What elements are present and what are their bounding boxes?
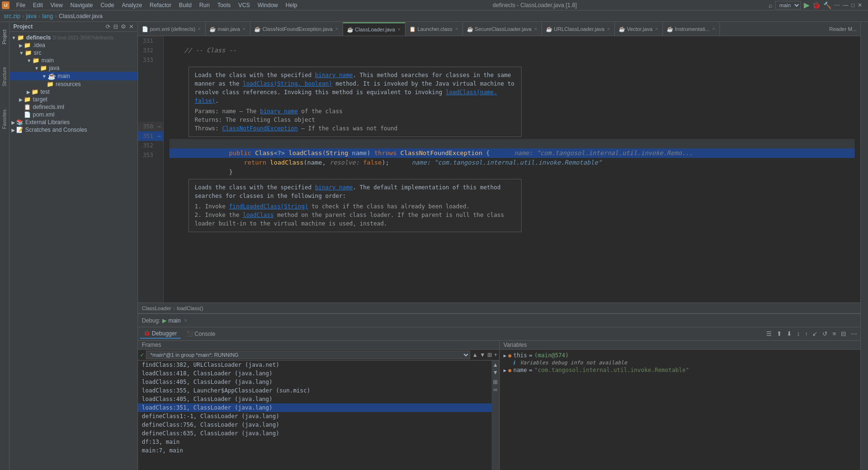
debug-btn-list[interactable]: ☰ <box>765 329 773 338</box>
search-everywhere-icon[interactable]: ⌕ <box>769 1 772 9</box>
minimize-button[interactable]: — <box>843 2 848 9</box>
favorites-icon[interactable]: Favorites <box>2 109 7 129</box>
breadcrumb-java[interactable]: java <box>26 13 37 20</box>
tab-close-scl[interactable]: ✕ <box>534 27 538 31</box>
tab-debugger[interactable]: 🐞 Debugger <box>140 329 181 339</box>
tab-classloader[interactable]: ☕ ClassLoader.java ✕ <box>343 22 405 36</box>
debug-btn-eval[interactable]: ≡ <box>831 329 838 338</box>
breadcrumb-file[interactable]: ClassLoader.java <box>59 13 102 20</box>
debug-btn-more[interactable]: ⋯ <box>849 329 858 338</box>
scroll-up-icon[interactable]: ▲ <box>493 362 498 368</box>
var-expand-this[interactable]: ▶ <box>503 353 506 358</box>
scroll-infinite-icon[interactable]: ∞ <box>493 386 498 393</box>
frame-item-8[interactable]: defineClass:635, ClassLoader (java.lang) <box>138 429 492 438</box>
footer-loadclass[interactable]: loadClass() <box>177 305 203 311</box>
menu-code[interactable]: Code <box>97 1 118 10</box>
tree-item-definecls[interactable]: ▼ 📁 definecls D:\cve-2021-35587\definecl… <box>10 34 138 41</box>
thread-filter-icon[interactable]: ⊞ <box>487 352 492 358</box>
tree-item-java[interactable]: ▼ 📁 java <box>10 64 138 72</box>
frame-item-4[interactable]: loadClass:405, ClassLoader (java.lang) <box>138 395 492 403</box>
frame-item-10[interactable]: main:7, main <box>138 446 492 455</box>
tab-urlcl[interactable]: ☕ URLClassLoader.java ✕ <box>542 22 615 36</box>
tree-item-src[interactable]: ▼ 📁 src <box>10 49 138 57</box>
close-panel-icon[interactable]: ✕ <box>129 23 134 30</box>
frame-item-9[interactable]: df:13, main <box>138 438 492 446</box>
more-actions-icon[interactable]: ⋯ <box>834 2 840 9</box>
editor-scroll-area[interactable]: 331 332 333 <box>138 36 860 303</box>
collapse-all-icon[interactable]: ⊟ <box>113 23 118 30</box>
menu-build[interactable]: Build <box>175 1 196 10</box>
frame-item-3[interactable]: loadClass:355, Launcher$AppClassLoader (… <box>138 386 492 395</box>
tab-close-pom[interactable]: ✕ <box>197 27 201 31</box>
tab-launcher[interactable]: 📋 Launcher.class ✕ <box>405 22 463 36</box>
structure-icon[interactable]: Structure <box>2 67 7 87</box>
tree-item-iml[interactable]: ▶ 📋 definecls.iml <box>10 103 138 111</box>
menu-window[interactable]: Window <box>254 1 282 10</box>
tab-close-cnf[interactable]: ✕ <box>335 27 339 31</box>
frames-list[interactable]: findClass:382, URLClassLoader (java.net)… <box>138 361 499 470</box>
menu-edit[interactable]: Edit <box>29 1 47 10</box>
tab-close-instr[interactable]: ✕ <box>712 27 716 31</box>
tab-close-urlcl[interactable]: ✕ <box>607 27 611 31</box>
frame-item-2[interactable]: loadClass:405, ClassLoader (java.lang) <box>138 378 492 386</box>
tab-main-java[interactable]: ☕ main.java ✕ <box>206 22 250 36</box>
thread-up-icon[interactable]: ▲ <box>472 352 478 358</box>
scroll-copy-icon[interactable]: ⊞ <box>493 379 498 385</box>
menu-view[interactable]: View <box>47 1 67 10</box>
project-panel-icon[interactable]: Project <box>2 29 7 44</box>
debug-btn-run-to-cursor[interactable]: ↺ <box>821 329 829 338</box>
tab-classnotfound[interactable]: ☕ ClassNotFoundException.java ✕ <box>250 22 343 36</box>
breadcrumb-lang[interactable]: lang <box>42 13 53 20</box>
scroll-down-icon[interactable]: ▼ <box>493 369 498 376</box>
menu-vcs[interactable]: VCS <box>235 1 254 10</box>
run-config-select[interactable]: main <box>775 1 801 10</box>
debug-btn-resume[interactable]: ⬇ <box>785 329 793 338</box>
menu-run[interactable]: Run <box>196 1 214 10</box>
var-item-this[interactable]: ▶ ● this = (main@574) <box>500 352 860 359</box>
var-item-name[interactable]: ▶ ● name = "com.tangosol.internal.util.i… <box>500 366 860 374</box>
tree-item-scratches[interactable]: ▶ 📝 Scratches and Consoles <box>10 126 138 134</box>
tab-close-cl[interactable]: ✕ <box>397 27 401 32</box>
debug-btn-step-out[interactable]: ↙ <box>811 329 819 338</box>
frame-item-6[interactable]: defineClass1:-1, ClassLoader (java.lang) <box>138 412 492 421</box>
menu-refactor[interactable]: Refactor <box>146 1 175 10</box>
frame-item-0[interactable]: findClass:382, URLClassLoader (java.net) <box>138 361 492 369</box>
debug-btn-step-into[interactable]: ↑ <box>803 329 809 338</box>
menu-help[interactable]: Help <box>282 1 301 10</box>
tree-item-target[interactable]: ▶ 📁 target <box>10 96 138 103</box>
tree-item-idea[interactable]: ▶ 📁 .idea <box>10 41 138 49</box>
tab-close-launcher[interactable]: ✕ <box>455 27 459 31</box>
thread-add-icon[interactable]: + <box>494 352 497 358</box>
tree-item-main[interactable]: ▼ 📁 main <box>10 57 138 64</box>
tree-item-resources[interactable]: ▶ 📁 resources <box>10 80 138 88</box>
tab-close-main[interactable]: ✕ <box>242 27 246 31</box>
thread-down-icon[interactable]: ▼ <box>480 352 485 358</box>
frame-item-5[interactable]: loadClass:351, ClassLoader (java.lang) <box>138 403 492 412</box>
maximize-button[interactable]: □ <box>851 2 855 9</box>
footer-classloader[interactable]: ClassLoader <box>142 305 171 311</box>
tree-item-test[interactable]: ▶ 📁 test <box>10 88 138 96</box>
frame-item-7[interactable]: defineClass:756, ClassLoader (java.lang) <box>138 421 492 429</box>
debug-btn-step-over[interactable]: ↕ <box>795 329 801 338</box>
menu-file[interactable]: File <box>12 1 29 10</box>
menu-navigate[interactable]: Navigate <box>67 1 97 10</box>
tree-item-main-package[interactable]: ▼ ☕ main <box>10 72 138 80</box>
code-content[interactable]: // -- Class -- Loads the class with the … <box>164 36 860 303</box>
variables-content[interactable]: ▶ ● this = (main@574) ℹ Variables debug … <box>500 350 860 470</box>
close-button[interactable]: ✕ <box>858 2 862 9</box>
tab-vector[interactable]: ☕ Vector.java ✕ <box>615 22 663 36</box>
frame-item-1[interactable]: loadClass:418, ClassLoader (java.lang) <box>138 369 492 378</box>
debug-session-close[interactable]: ✕ <box>184 318 187 323</box>
sync-icon[interactable]: ⟳ <box>106 23 110 30</box>
menu-tools[interactable]: Tools <box>214 1 235 10</box>
build-button[interactable]: 🔨 <box>823 1 831 9</box>
tab-instrumentati[interactable]: ☕ Instrumentati... ✕ <box>663 22 720 36</box>
tree-item-pom[interactable]: ▶ 📄 pom.xml <box>10 111 138 118</box>
debug-session-name[interactable]: main <box>168 317 181 324</box>
tab-console[interactable]: ⬛ Console <box>183 330 219 338</box>
settings-icon[interactable]: ⚙ <box>121 23 126 30</box>
debug-btn-settings[interactable]: ⊟ <box>839 329 848 338</box>
debug-btn-restore[interactable]: ⬆ <box>775 329 783 338</box>
breadcrumb-srczip[interactable]: src.zip <box>4 13 20 20</box>
debug-run-button[interactable]: 🐞 <box>812 1 820 9</box>
